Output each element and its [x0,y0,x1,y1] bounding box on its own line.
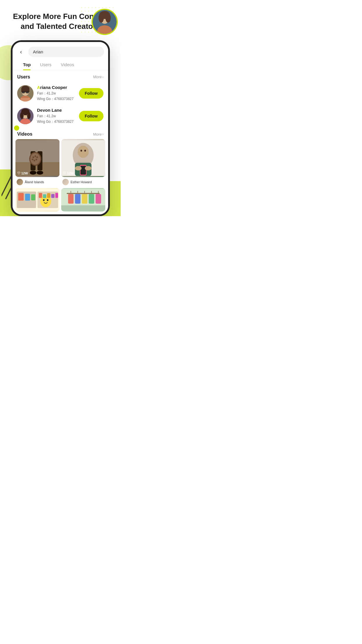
svg-point-37 [34,155,36,157]
svg-point-6 [99,13,104,23]
svg-point-55 [85,166,92,171]
name-highlight-ariana: A [37,85,40,90]
user-item-ariana: Ariana Cooper Fan：41.2w Wing Go：47683738… [13,82,108,105]
svg-point-49 [80,150,82,152]
svg-point-7 [106,13,111,23]
svg-point-48 [78,146,89,158]
phone-content: ‹ Arian Top Users Videos Users [13,42,108,215]
video-card-4[interactable] [61,188,105,211]
videos-section-title: Videos [17,132,32,137]
avatar-face-icon [93,10,117,34]
search-bar-row: ‹ Arian [13,42,108,59]
videos-more-chevron-icon: › [102,132,103,136]
user-name-devon: Devon Lane [37,108,75,113]
svg-point-41 [36,159,37,160]
videos-section: Videos More › [13,127,108,214]
svg-point-27 [23,114,24,116]
svg-rect-61 [31,194,35,200]
svg-rect-16 [26,91,29,93]
video-card-3[interactable] [15,188,59,211]
avatar-ariana [17,85,34,102]
svg-rect-68 [51,194,55,198]
svg-point-40 [34,160,35,162]
svg-rect-69 [55,193,58,198]
svg-point-36 [33,157,34,158]
svg-rect-77 [68,194,74,204]
video-card-2[interactable]: ♡ 12W Esther Howard [61,139,105,186]
svg-point-38 [36,157,38,158]
user-fan-devon: Fan：41.2w [37,113,75,119]
phone-mockup: ‹ Arian Top Users Videos Users [11,40,110,216]
user-item-devon: Devon Lane Fan：41.2w Wing Go：4768373827 … [13,105,108,127]
heart-icon-1: ♡ [17,171,20,175]
svg-rect-15 [22,91,25,93]
heart-icon-2: ♡ [63,171,66,175]
back-button[interactable]: ‹ [17,47,25,56]
svg-rect-79 [82,194,87,204]
video-thumb-container-1: ♡ 12W [15,139,59,177]
svg-rect-78 [75,194,80,204]
svg-rect-71 [67,193,100,194]
svg-rect-60 [25,194,30,201]
svg-point-26 [27,112,31,119]
tabs-row: Top Users Videos [13,59,108,70]
svg-rect-81 [96,194,101,204]
page-wrapper: Explore More Fun Content and Talented Cr… [0,0,121,216]
video-thumbnail-4 [61,188,105,211]
svg-rect-53 [80,166,86,175]
floating-avatar [92,9,118,35]
user-name-ariana: Ariana Cooper [37,85,75,90]
svg-rect-65 [39,193,42,198]
video-stats-1: ♡ 12W [17,171,28,175]
svg-rect-67 [47,193,50,198]
back-icon: ‹ [20,48,22,55]
users-section-title: Users [17,74,30,80]
video-creator-row-2: Esther Howard [61,177,105,186]
users-more-link[interactable]: More › [93,75,103,79]
video-thumb-container-4 [61,188,105,211]
svg-rect-19 [21,98,30,102]
follow-button-ariana[interactable]: Follow [79,88,103,99]
search-input[interactable]: Arian [28,47,104,57]
video-creator-row-1: Åland Islands [15,177,59,186]
tab-top[interactable]: Top [18,59,35,70]
videos-more-link[interactable]: More › [93,132,103,136]
follow-button-devon[interactable]: Follow [79,111,103,121]
svg-point-64 [47,199,49,201]
creator-name-2: Esther Howard [71,180,92,184]
video-thumbnail-3 [15,188,59,211]
tab-users[interactable]: Users [35,59,56,70]
user-info-devon: Devon Lane Fan：41.2w Wing Go：4768373827 [37,108,75,125]
user-winggo-devon: Wing Go：4768373827 [37,119,75,125]
videos-section-header: Videos More › [13,127,108,139]
users-more-chevron-icon: › [102,75,103,79]
svg-point-63 [43,199,45,201]
tab-videos[interactable]: Videos [56,59,79,70]
user-info-ariana: Ariana Cooper Fan：41.2w Wing Go：47683738… [37,85,75,102]
svg-rect-59 [18,193,24,201]
svg-point-50 [84,150,86,152]
video-thumb-container-2: ♡ 12W [61,139,105,177]
creator-avatar-1 [17,179,23,185]
users-section-header: Users More › [13,70,108,82]
videos-grid: ♡ 12W Åland Islands [13,139,108,211]
svg-point-42 [30,171,36,175]
svg-rect-80 [89,194,94,204]
video-card-1[interactable]: ♡ 12W Åland Islands [15,139,59,186]
video-stats-2: ♡ 12W [63,171,74,175]
svg-rect-66 [43,194,46,198]
avatar-devon-icon [17,108,34,124]
svg-point-54 [75,166,82,171]
svg-point-28 [27,114,28,116]
video-visual-3 [15,188,59,211]
floating-avatar-inner [93,10,117,34]
video-thumb-container-3 [15,188,59,211]
creator-avatar-2 [62,179,69,185]
svg-point-43 [37,171,43,175]
avatar-devon [17,108,34,124]
avatar-ariana-icon [17,85,34,102]
user-fan-ariana: Fan：41.2w [37,91,75,96]
user-winggo-ariana: Wing Go：4768373827 [37,96,75,102]
svg-point-39 [32,159,34,160]
svg-point-35 [30,153,40,165]
